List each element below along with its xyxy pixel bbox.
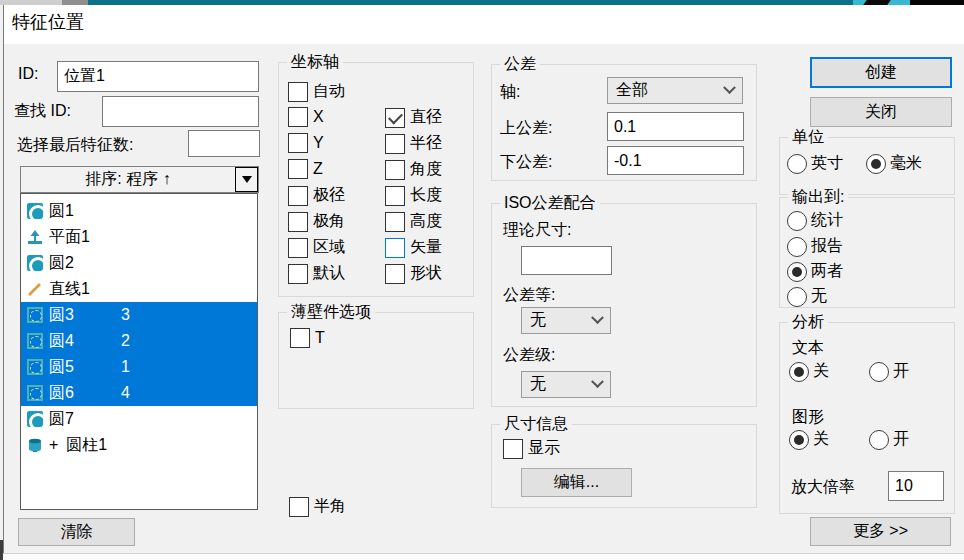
nominal-size-input[interactable]: [521, 246, 612, 275]
checkbox-box[interactable]: [290, 328, 310, 348]
list-item[interactable]: 直线1: [21, 276, 257, 302]
radio-stats[interactable]: 统计: [787, 210, 843, 231]
radio-mm[interactable]: 毫米: [866, 153, 922, 174]
feature-label: 圆6: [49, 383, 74, 404]
checkbox-x[interactable]: X: [288, 107, 324, 127]
radio-graphic-on[interactable]: 开: [869, 429, 909, 450]
last-count-input[interactable]: [188, 130, 260, 157]
radio-circle[interactable]: [787, 154, 807, 174]
list-item[interactable]: + 圆柱1: [21, 432, 257, 458]
radio-circle[interactable]: [866, 154, 886, 174]
checkbox-z[interactable]: Z: [288, 159, 323, 179]
axis-select-value: 全部: [616, 80, 648, 101]
axis-select[interactable]: 全部: [607, 77, 743, 104]
tree-expand-indicator[interactable]: +: [49, 436, 58, 454]
checkbox-box[interactable]: [288, 82, 308, 102]
magnification-label: 放大倍率: [791, 477, 855, 498]
more-button[interactable]: 更多 >>: [810, 517, 951, 546]
edit-button[interactable]: 编辑...: [521, 468, 632, 497]
checkbox-box[interactable]: [385, 264, 405, 284]
checkbox-label: 区域: [313, 237, 345, 258]
list-item-selected[interactable]: 圆5 1: [21, 354, 257, 380]
tolerance-class-value: 无: [530, 374, 546, 395]
radio-circle[interactable]: [869, 362, 889, 382]
checkbox-default[interactable]: 默认: [288, 263, 345, 284]
dialog-left-border: [3, 5, 4, 553]
sort-dropdown[interactable]: 排序: 程序 ↑: [20, 166, 259, 193]
sort-arrow-button[interactable]: [235, 167, 258, 192]
plane-icon: [27, 229, 43, 245]
checkbox-height[interactable]: 高度: [385, 211, 442, 232]
checkbox-angle[interactable]: 角度: [385, 159, 442, 180]
radio-both[interactable]: 两者: [787, 261, 843, 282]
radio-circle[interactable]: [789, 362, 809, 382]
radio-text-off[interactable]: 关: [789, 361, 829, 382]
checkbox-box[interactable]: [385, 212, 405, 232]
radio-circle[interactable]: [787, 211, 807, 231]
clear-button[interactable]: 清除: [18, 518, 135, 546]
checkbox-box[interactable]: [385, 238, 405, 258]
close-button[interactable]: 关闭: [810, 97, 952, 127]
radio-label: 关: [813, 361, 829, 382]
list-item-selected[interactable]: 圆3 3: [21, 302, 257, 328]
checkbox-box[interactable]: [288, 107, 308, 127]
checkbox-box[interactable]: [385, 186, 405, 206]
tolerance-grade-select[interactable]: 无: [521, 307, 611, 334]
checkbox-length[interactable]: 长度: [385, 185, 442, 206]
create-button[interactable]: 创建: [810, 57, 952, 88]
thinwall-group: 薄壁件选项: [278, 312, 474, 409]
radio-text-on[interactable]: 开: [869, 361, 909, 382]
checkbox-half-angle[interactable]: 半角: [289, 496, 346, 517]
chevron-down-icon: [591, 375, 604, 388]
lower-tolerance-input[interactable]: [607, 146, 744, 175]
checkbox-show[interactable]: 显示: [503, 438, 560, 459]
list-item[interactable]: 圆2: [21, 250, 257, 276]
checkbox-auto[interactable]: 自动: [288, 81, 345, 102]
checkbox-radius[interactable]: 半径: [385, 133, 442, 154]
id-input[interactable]: [57, 61, 259, 92]
list-item[interactable]: 平面1: [21, 224, 257, 250]
radio-circle[interactable]: [787, 262, 807, 282]
checkbox-box[interactable]: [288, 238, 308, 258]
checkbox-box[interactable]: [503, 439, 523, 459]
list-item[interactable]: 圆1: [21, 198, 257, 224]
checkbox-label: 矢量: [410, 237, 442, 258]
checkbox-diameter[interactable]: 直径: [385, 107, 442, 128]
checkbox-box[interactable]: [385, 160, 405, 180]
radio-graphic-off[interactable]: 关: [789, 429, 829, 450]
list-item-selected[interactable]: 圆4 2: [21, 328, 257, 354]
radio-circle[interactable]: [789, 430, 809, 450]
checkbox-box[interactable]: [288, 264, 308, 284]
checkbox-label: X: [313, 108, 324, 126]
tolerance-class-select[interactable]: 无: [521, 371, 611, 398]
list-item-selected[interactable]: 圆6 4: [21, 380, 257, 406]
radio-inch[interactable]: 英寸: [787, 153, 843, 174]
checkbox-box[interactable]: [385, 108, 405, 128]
checkbox-y[interactable]: Y: [288, 133, 324, 153]
checkbox-box[interactable]: [288, 212, 308, 232]
checkbox-polar-radius[interactable]: 极径: [288, 185, 345, 206]
radio-none[interactable]: 无: [787, 286, 827, 307]
checkbox-box[interactable]: [288, 159, 308, 179]
checkbox-vector[interactable]: 矢量: [385, 237, 442, 258]
checkbox-box[interactable]: [289, 497, 309, 517]
checkbox-label: 半径: [410, 133, 442, 154]
radio-report[interactable]: 报告: [787, 236, 843, 257]
checkbox-t[interactable]: T: [290, 328, 325, 348]
checkbox-box[interactable]: [385, 134, 405, 154]
checkbox-box[interactable]: [288, 133, 308, 153]
checkbox-box[interactable]: [288, 186, 308, 206]
checkbox-area[interactable]: 区域: [288, 237, 345, 258]
radio-circle[interactable]: [787, 287, 807, 307]
upper-tolerance-input[interactable]: [607, 112, 744, 141]
tolerance-grade-label: 公差等:: [503, 285, 555, 306]
triangle-down-icon: [242, 176, 252, 183]
radio-circle[interactable]: [869, 430, 889, 450]
list-item[interactable]: 圆7: [21, 406, 257, 432]
checkbox-shape[interactable]: 形状: [385, 263, 442, 284]
find-id-input[interactable]: [102, 96, 259, 127]
feature-list[interactable]: 圆1 平面1 圆2 直线1 圆3 3 圆4 2 圆5 1 圆6 4 圆7 + 圆…: [20, 193, 258, 510]
magnification-input[interactable]: [888, 471, 944, 501]
checkbox-polar-angle[interactable]: 极角: [288, 211, 345, 232]
radio-circle[interactable]: [787, 237, 807, 257]
